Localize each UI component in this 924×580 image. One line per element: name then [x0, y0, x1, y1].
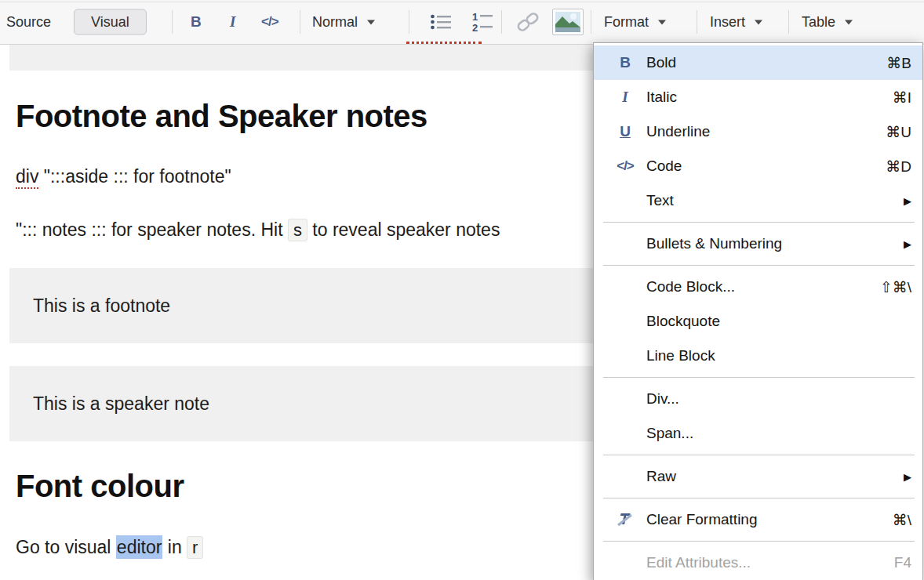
menu-item-text[interactable]: Text ▶ [594, 183, 922, 218]
menu-separator [603, 377, 915, 378]
table-menu-button[interactable]: Table [802, 14, 853, 31]
heading-font-colour: Font colour [16, 469, 184, 504]
italic-button[interactable]: I [230, 13, 235, 31]
menu-item-line-block[interactable]: Line Block [594, 339, 922, 373]
menu-separator [603, 222, 915, 223]
paragraph-text: to reveal speaker notes [307, 219, 500, 240]
menu-item-clear-formatting[interactable]: Clear Formatting ⌘\ [594, 502, 922, 537]
paragraph-div-aside: div ":::aside ::: for footnote" [16, 166, 231, 187]
menu-item-edit-attributes: Edit Attributes... F4 [594, 546, 922, 580]
inline-code: s [288, 219, 307, 241]
menu-separator [603, 455, 915, 455]
menu-separator [603, 541, 915, 542]
toolbar-separator [409, 10, 409, 34]
menu-item-underline[interactable]: U Underline ⌘U [594, 114, 922, 149]
bulleted-list-button[interactable] [430, 13, 452, 31]
menu-separator [603, 265, 915, 266]
visual-mode-button[interactable]: Visual [74, 9, 147, 35]
chevron-down-icon [367, 20, 375, 24]
speaker-note-text: This is a speaker note [33, 393, 209, 415]
paragraph-style-value: Normal [312, 14, 358, 31]
insert-link-button[interactable] [515, 11, 541, 33]
code-button[interactable]: </> [261, 14, 278, 30]
numbered-list-icon: 1 2 [471, 12, 494, 32]
bold-button[interactable]: B [191, 13, 202, 31]
menu-item-span[interactable]: Span... [594, 416, 922, 451]
table-menu-label: Table [802, 14, 835, 31]
bulleted-list-icon [430, 13, 452, 31]
toolbar-top-divider [0, 2, 924, 2]
insert-menu-button[interactable]: Insert [710, 14, 762, 31]
format-menu-button[interactable]: Format [604, 14, 666, 31]
menu-item-code[interactable]: </> Code ⌘D [594, 149, 922, 183]
menu-item-div[interactable]: Div... [594, 382, 922, 416]
format-dropdown-menu: B Bold ⌘B I Italic ⌘I U Underline ⌘U </>… [593, 42, 923, 580]
source-mode-button[interactable]: Source [6, 14, 51, 31]
heading-footnote-speaker-notes: Footnote and Speaker notes [16, 99, 427, 134]
text-selection: editor [116, 535, 163, 559]
chevron-down-icon [755, 20, 762, 24]
submenu-arrow-icon: ▶ [904, 238, 911, 250]
toolbar-separator [591, 10, 591, 34]
chevron-down-icon [658, 20, 666, 24]
paragraph-font-colour: Go to visual editor in r [16, 537, 203, 558]
menu-separator [603, 498, 915, 498]
footnote-text: This is a footnote [33, 295, 170, 317]
menu-item-blockquote[interactable]: Blockquote [594, 304, 922, 339]
bold-icon: B [604, 54, 646, 71]
link-icon [515, 11, 541, 33]
paragraph-text: ":::aside ::: for footnote" [38, 166, 231, 187]
svg-text:2: 2 [472, 22, 478, 32]
toolbar-separator [172, 10, 173, 34]
editor-toolbar: Source Visual B I </> Normal 1 2 [0, 0, 924, 45]
insert-image-button[interactable] [552, 9, 584, 35]
image-icon [555, 12, 580, 32]
code-icon: </> [604, 158, 646, 174]
menu-item-raw[interactable]: Raw ▶ [594, 459, 922, 494]
clear-formatting-icon [617, 512, 634, 527]
inline-code: r [187, 536, 203, 559]
misspelled-word: div [16, 166, 38, 189]
paragraph-speaker-notes: "::: notes ::: for speaker notes. Hit s … [16, 219, 500, 241]
menu-item-code-block[interactable]: Code Block... ⇧⌘\ [594, 270, 922, 304]
menu-item-bold[interactable]: B Bold ⌘B [594, 45, 922, 80]
toolbar-separator [788, 10, 789, 34]
numbered-list-button[interactable]: 1 2 [471, 12, 494, 32]
format-menu-label: Format [604, 14, 649, 31]
toolbar-separator [501, 10, 502, 34]
italic-icon: I [604, 89, 646, 106]
insert-menu-label: Insert [710, 14, 745, 31]
underline-icon: U [604, 123, 646, 140]
paragraph-text: Go to visual [16, 537, 116, 557]
menu-item-bullets-numbering[interactable]: Bullets & Numbering ▶ [594, 227, 922, 261]
menu-item-italic[interactable]: I Italic ⌘I [594, 80, 922, 114]
paragraph-text: "::: notes ::: for speaker notes. Hit [16, 219, 288, 240]
toolbar-separator [300, 10, 300, 34]
svg-text:1: 1 [472, 12, 478, 23]
submenu-arrow-icon: ▶ [904, 195, 911, 207]
spellcheck-underline [406, 42, 482, 44]
submenu-arrow-icon: ▶ [904, 471, 911, 483]
chevron-down-icon [845, 20, 853, 24]
rstudio-visual-editor: { "toolbar": { "source_label": "Source",… [0, 0, 924, 580]
paragraph-text: in [162, 537, 187, 557]
toolbar-separator [697, 10, 697, 34]
paragraph-style-dropdown[interactable]: Normal [312, 14, 375, 31]
